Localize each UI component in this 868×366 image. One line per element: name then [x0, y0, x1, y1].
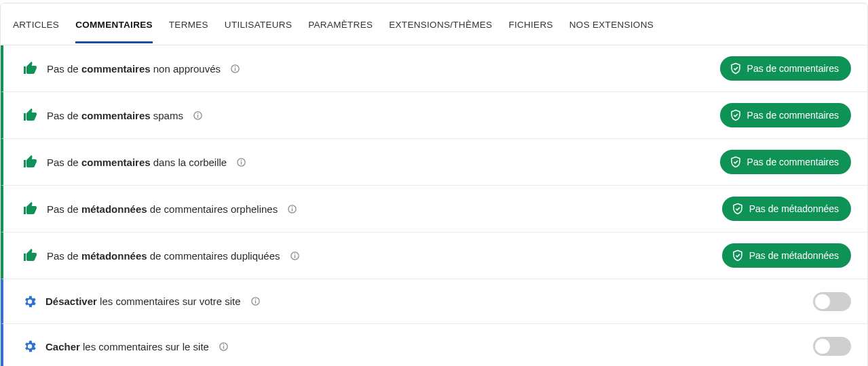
row-label: Pas de commentaires non approuvés — [22, 60, 240, 77]
row-hide-comments: Cacher les commentaires sur le site — [1, 324, 867, 366]
gear-icon — [22, 339, 37, 354]
thumbs-up-icon — [22, 154, 39, 170]
row-duplicate-metadata: Pas de métadonnées de commentaires dupli… — [1, 232, 867, 279]
row-disable-comments: Désactiver les commentaires sur votre si… — [1, 279, 867, 324]
tab-parametres[interactable]: Paramètres — [308, 5, 373, 43]
info-icon[interactable] — [193, 110, 203, 121]
row-unapproved-comments: Pas de commentaires non approuvés Pas de… — [1, 45, 867, 92]
info-icon[interactable] — [236, 157, 246, 167]
panel: Articles Commentaires Termes Utilisateur… — [0, 3, 868, 366]
status-pill-comments: Pas de commentaires — [720, 56, 851, 81]
row-text: Pas de commentaires spams — [47, 110, 183, 121]
row-label: Pas de commentaires dans la corbeille — [22, 154, 246, 170]
row-label: Pas de commentaires spams — [22, 107, 203, 123]
pill-label: Pas de commentaires — [747, 157, 839, 167]
shield-check-icon — [732, 203, 744, 215]
tab-articles[interactable]: Articles — [13, 5, 59, 43]
info-icon[interactable] — [287, 204, 297, 214]
row-text: Désactiver les commentaires sur votre si… — [45, 296, 241, 307]
toggle-hide-comments[interactable] — [813, 337, 851, 356]
row-spam-comments: Pas de commentaires spams Pas de comment… — [1, 92, 867, 139]
row-text: Pas de métadonnées de commentaires orphe… — [47, 203, 278, 215]
shield-check-icon — [730, 109, 742, 121]
shield-check-icon — [732, 249, 744, 262]
row-text: Cacher les commentaires sur le site — [45, 341, 209, 352]
tab-commentaires[interactable]: Commentaires — [75, 5, 153, 43]
toggle-disable-comments[interactable] — [813, 292, 851, 311]
row-label: Pas de métadonnées de commentaires dupli… — [22, 247, 300, 264]
info-icon[interactable] — [219, 342, 229, 352]
row-orphan-metadata: Pas de métadonnées de commentaires orphe… — [1, 186, 867, 232]
pill-label: Pas de commentaires — [747, 110, 839, 121]
pill-label: Pas de métadonnées — [749, 250, 839, 261]
thumbs-up-icon — [22, 60, 39, 77]
tabs: Articles Commentaires Termes Utilisateur… — [1, 3, 867, 45]
tab-extensions[interactable]: Extensions/Thèmes — [389, 5, 492, 43]
thumbs-up-icon — [22, 107, 39, 123]
info-icon[interactable] — [230, 64, 240, 74]
tab-nos-extensions[interactable]: Nos extensions — [569, 5, 654, 43]
status-pill-comments: Pas de commentaires — [720, 150, 851, 174]
thumbs-up-icon — [22, 201, 39, 217]
thumbs-up-icon — [22, 247, 39, 264]
row-trash-comments: Pas de commentaires dans la corbeille Pa… — [1, 139, 867, 186]
status-pill-comments: Pas de commentaires — [720, 103, 851, 127]
tab-termes[interactable]: Termes — [169, 5, 208, 43]
row-label: Cacher les commentaires sur le site — [22, 339, 229, 354]
info-icon[interactable] — [290, 251, 300, 261]
shield-check-icon — [730, 156, 742, 168]
row-text: Pas de commentaires non approuvés — [47, 63, 221, 75]
row-label: Désactiver les commentaires sur votre si… — [22, 294, 261, 309]
tab-fichiers[interactable]: Fichiers — [508, 5, 552, 43]
row-text: Pas de commentaires dans la corbeille — [47, 157, 227, 168]
shield-check-icon — [730, 62, 742, 75]
row-label: Pas de métadonnées de commentaires orphe… — [22, 201, 297, 217]
gear-icon — [22, 294, 37, 309]
pill-label: Pas de commentaires — [747, 63, 839, 74]
status-pill-metadata: Pas de métadonnées — [722, 243, 851, 268]
pill-label: Pas de métadonnées — [749, 203, 839, 214]
info-icon[interactable] — [250, 296, 261, 306]
tab-utilisateurs[interactable]: Utilisateurs — [225, 5, 292, 43]
row-text: Pas de métadonnées de commentaires dupli… — [47, 250, 280, 262]
status-pill-metadata: Pas de métadonnées — [722, 197, 851, 221]
